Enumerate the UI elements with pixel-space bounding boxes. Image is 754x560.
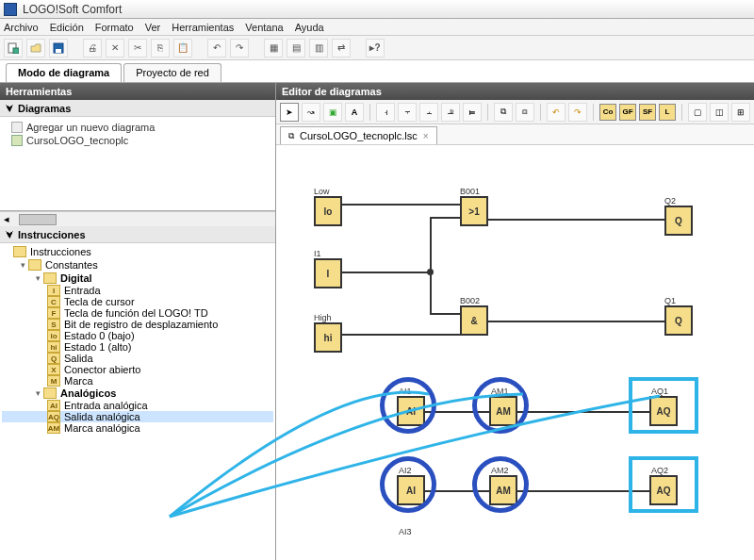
- leaf-x[interactable]: XConector abierto: [2, 364, 273, 375]
- node-constantes[interactable]: ▾ Constantes: [2, 258, 273, 272]
- leaf-label: Tecla de función del LOGO! TD: [64, 307, 208, 319]
- redo-icon[interactable]: ↷: [568, 103, 587, 122]
- instructions-header[interactable]: ⮟ Instrucciones: [0, 226, 275, 243]
- block-high[interactable]: hi: [314, 322, 342, 353]
- paste-icon[interactable]: 📋: [173, 39, 192, 58]
- leaf-label: Marca: [64, 375, 93, 387]
- node-analogicos[interactable]: ▾ Analógicos: [2, 387, 273, 400]
- menu-edicion[interactable]: Edición: [50, 22, 84, 33]
- print-icon[interactable]: 🖨: [83, 39, 102, 58]
- annotation-circle: [380, 456, 436, 513]
- block-tag-icon: AQ: [47, 411, 60, 422]
- menu-ventana[interactable]: Ventana: [245, 22, 283, 33]
- block-q1[interactable]: Q: [664, 305, 693, 336]
- node-label: Digital: [60, 272, 92, 284]
- undo-icon[interactable]: ↶: [547, 103, 566, 122]
- tab-network-project[interactable]: Proyecto de red: [123, 63, 221, 82]
- undo-icon[interactable]: ↶: [207, 39, 226, 58]
- color-l[interactable]: L: [659, 104, 676, 121]
- new-icon[interactable]: [4, 39, 23, 58]
- delete-icon[interactable]: ✕: [106, 39, 124, 58]
- leaf-q[interactable]: QSalida: [2, 353, 273, 364]
- pointer-icon[interactable]: ➤: [280, 103, 299, 122]
- block-tag-icon: hi: [47, 341, 60, 353]
- leaf-label: Estado 0 (bajo): [64, 330, 135, 341]
- redo-icon[interactable]: ↷: [230, 39, 249, 58]
- leaf-hi[interactable]: hiEstado 1 (alto): [2, 341, 273, 353]
- align-top-icon[interactable]: ⫡: [441, 103, 460, 122]
- leaf-lo[interactable]: loEstado 0 (bajo): [2, 330, 273, 341]
- menu-ver[interactable]: Ver: [145, 22, 161, 33]
- block-low[interactable]: lo: [314, 196, 342, 226]
- copy-icon[interactable]: ⎘: [151, 39, 170, 58]
- block-icon[interactable]: ▣: [323, 103, 342, 122]
- block-b002[interactable]: &: [460, 305, 488, 336]
- leaf-label: Estado 1 (alto): [64, 341, 132, 353]
- block-i1[interactable]: I: [314, 258, 342, 288]
- layout1-icon[interactable]: ▦: [264, 39, 283, 58]
- annotation-circle: [472, 456, 529, 513]
- save-icon[interactable]: [49, 39, 68, 58]
- group-icon[interactable]: ⧉: [494, 103, 513, 122]
- layout3-icon[interactable]: ▥: [309, 39, 328, 58]
- color-co[interactable]: Co: [599, 104, 616, 121]
- menu-ayuda[interactable]: Ayuda: [295, 22, 324, 33]
- align-right-icon[interactable]: ⫠: [419, 103, 438, 122]
- ungroup-icon[interactable]: ⧈: [516, 103, 534, 122]
- view3-icon[interactable]: ⊞: [731, 103, 750, 122]
- view1-icon[interactable]: ▢: [688, 103, 707, 122]
- block-tag-icon: AI: [47, 400, 60, 411]
- label-b001: B001: [460, 187, 480, 196]
- transfer-icon[interactable]: ⇄: [332, 39, 351, 58]
- leaf-s[interactable]: SBit de registro de desplazamiento: [2, 319, 273, 330]
- leaf-am[interactable]: AMMarca analógica: [2, 422, 273, 434]
- diagrams-header[interactable]: ⮟ Diagramas: [0, 100, 275, 117]
- layout2-icon[interactable]: ▤: [287, 39, 305, 58]
- menu-formato[interactable]: Formato: [95, 22, 134, 33]
- add-diagram-item[interactable]: Agregar un nuevo diagrama: [4, 121, 271, 134]
- leaf-i[interactable]: IEntrada: [2, 285, 273, 296]
- doc-tab[interactable]: ⧉ CursoLOGO_tecnoplc.lsc ×: [280, 126, 437, 144]
- current-diagram-label: CursoLOGO_tecnoplc: [26, 135, 128, 146]
- wire: [342, 334, 460, 336]
- node-instrucciones[interactable]: Instrucciones: [2, 245, 273, 258]
- node-digital[interactable]: ▾ Digital: [2, 272, 273, 285]
- node-label: Instrucciones: [30, 246, 91, 257]
- titlebar: LOGO!Soft Comfort: [0, 0, 754, 19]
- folder-icon: [43, 272, 57, 284]
- close-icon[interactable]: ×: [423, 131, 429, 141]
- menu-archivo[interactable]: Archivo: [4, 22, 39, 33]
- tools-header: Herramientas: [0, 83, 275, 100]
- open-icon[interactable]: [26, 39, 45, 58]
- wire: [488, 321, 664, 322]
- leaf-m[interactable]: MMarca: [2, 375, 273, 387]
- block-b001[interactable]: >1: [460, 196, 488, 226]
- menu-herramientas[interactable]: Herramientas: [172, 22, 234, 33]
- align-bottom-icon[interactable]: ⫢: [463, 103, 482, 122]
- leaf-ai[interactable]: AIEntrada analógica: [2, 400, 273, 411]
- color-gf[interactable]: GF: [619, 104, 636, 121]
- leaf-label: Salida: [64, 353, 93, 364]
- diagram-canvas[interactable]: Low lo I1 I High hi B001 >1 B002 & Q2 Q …: [276, 145, 754, 560]
- leaf-f[interactable]: FTecla de función del LOGO! TD: [2, 307, 273, 319]
- current-diagram-item[interactable]: CursoLOGO_tecnoplc: [4, 134, 271, 147]
- folder-icon: [43, 387, 57, 399]
- leaf-aq[interactable]: AQSalida analógica: [2, 411, 273, 422]
- leaf-c[interactable]: CTecla de cursor: [2, 296, 273, 307]
- label-i1: I1: [314, 249, 321, 258]
- text-icon[interactable]: A: [345, 103, 364, 122]
- horizontal-scrollbar[interactable]: ◂: [0, 211, 275, 226]
- leaf-label: Conector abierto: [64, 364, 140, 375]
- chevron-down-icon: ⮟: [6, 104, 14, 113]
- help-icon[interactable]: ▸?: [366, 39, 385, 58]
- connect-icon[interactable]: ↝: [302, 103, 320, 122]
- view2-icon[interactable]: ◫: [710, 103, 729, 122]
- align-center-icon[interactable]: ⫟: [398, 103, 417, 122]
- color-sf[interactable]: SF: [639, 104, 656, 121]
- wire: [342, 204, 460, 206]
- block-q2[interactable]: Q: [664, 206, 693, 236]
- tab-diagram-mode[interactable]: Modo de diagrama: [6, 63, 122, 82]
- add-icon: [11, 122, 23, 133]
- cut-icon[interactable]: ✂: [128, 39, 147, 58]
- align-left-icon[interactable]: ⫞: [376, 103, 395, 122]
